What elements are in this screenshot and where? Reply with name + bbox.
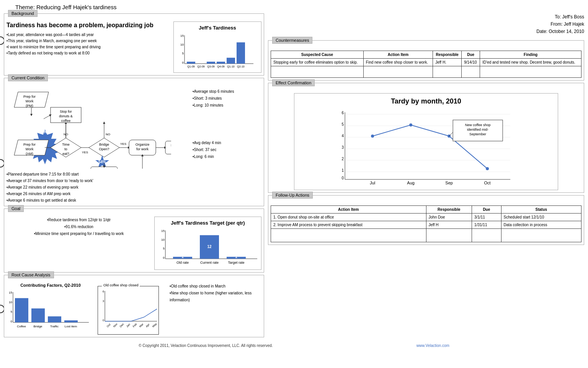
cm-cell-action-0: Find new coffee shop closer to work. [363,58,433,66]
cm-cell-cause-0: Stopping early for coffee eliminates opt… [271,58,364,66]
svg-text:Time: Time [62,143,70,146]
rca-bullets: •Old coffee shop closed in March •New sh… [170,283,261,335]
svg-text:May: May [152,322,157,328]
svg-text:Aug: Aug [407,181,415,185]
svg-point-125 [371,135,374,138]
cm-cell-finding-0: ID'ed and tested new shop. Decent brew, … [480,58,581,66]
svg-text:Traffic: Traffic [50,325,59,328]
fu-row-0: 1. Open donut shop on-site at office Joh… [271,213,581,221]
svg-rect-91 [64,320,78,322]
svg-text:Q2-09: Q2-09 [197,65,205,68]
svg-text:5: 5 [11,310,13,314]
svg-text:6: 6 [103,290,104,293]
fu-cell-due-0: 3/1/11 [472,213,501,221]
svg-text:Prep for: Prep for [23,143,36,146]
fu-row-empty [271,228,581,242]
svg-text:YES: YES [82,151,88,154]
svg-text:to: to [64,147,67,151]
rca-annotation-box: Old coffee shop closed [102,283,140,287]
svg-text:Jun: Jun [158,323,159,328]
background-section: Background Tardiness has become a proble… [4,13,264,76]
svg-text:Lost item: Lost item [65,325,77,328]
svg-text:eat?: eat? [62,152,69,156]
svg-text:5: 5 [182,52,184,55]
svg-text:1: 1 [181,255,184,259]
svg-text:Ready to: Ready to [171,143,171,147]
svg-text:Bridge: Bridge [33,325,42,328]
tardiness-bar-chart-svg: 15 10 5 0 [177,32,257,69]
svg-text:Jul: Jul [370,181,375,185]
fu-col-status: Status [501,205,581,213]
svg-text:0: 0 [182,61,184,64]
fu-header-row: Action Item Responsible Due Status [271,205,581,213]
background-label: Background [8,10,38,17]
svg-text:donuts &: donuts & [59,114,73,118]
svg-text:54%: 54% [98,160,106,164]
svg-rect-11 [237,43,245,64]
svg-text:Q2-10: Q2-10 [237,65,245,68]
svg-text:0: 0 [11,320,13,323]
svg-text:Oct: Oct [106,323,111,328]
svg-text:Dec: Dec [119,322,124,328]
svg-point-128 [486,167,489,170]
footer-text: © Copyright 2011, Velaction Continuous I… [139,343,273,348]
cm-cell-responsible-0: Jeff H. [433,58,462,66]
svg-line-65 [44,115,51,119]
follow-up-label: Follow-Up Actions [272,192,313,199]
svg-text:Prep for: Prep for [23,95,36,99]
svg-text:Target rate: Target rate [228,261,244,264]
ec-chart-title: Tardy by month, 2010 [298,97,554,105]
cc-bottom-bullets: •Planned departure time 7:15 for 8:00 st… [7,171,261,204]
fu-col-responsible: Responsible [426,205,472,213]
effect-confirmation-label: Effect Confirmation [272,79,315,86]
svg-text:5: 5 [163,247,165,250]
effect-confirmation-section: Effect Confirmation Tardy by month, 2010… [268,83,584,193]
cm-row-empty [271,66,581,77]
fu-cell-due-1: 1/31/11 [472,221,501,228]
svg-text:15: 15 [180,34,184,38]
svg-text:Work: Work [26,147,34,151]
rca-bar-chart-svg: 15 10 5 0 Coffee [7,289,91,331]
follow-up-table: Action Item Responsible Due Status 1. Op… [271,205,581,242]
svg-text:Nov: Nov [113,322,118,328]
countermeasures-label: Countermeasures [272,37,312,44]
svg-text:0: 0 [341,176,344,180]
cm-col-responsible: Responsible [433,51,462,58]
svg-text:Old rate: Old rate [176,261,189,264]
svg-rect-9 [217,62,225,64]
svg-rect-89 [31,309,45,322]
svg-text:Bridge: Bridge [99,143,109,146]
svg-text:identified mid-: identified mid- [467,128,488,131]
svg-text:(PM): (PM) [26,104,33,108]
svg-rect-90 [48,316,61,322]
svg-rect-6 [187,62,195,64]
follow-up-section: Follow-Up Actions Action Item Responsibl… [268,195,584,245]
tardiness-target-title: Jeff's Tardiness Target (per qtr) [158,220,258,226]
svg-text:Current rate: Current rate [200,261,219,264]
svg-text:6: 6 [341,111,344,115]
fu-cell-responsible-1: Jeff H [426,221,472,228]
fu-col-due: Due [472,205,501,213]
background-bullets: •Last year, attendance was good—4 tardie… [7,32,170,56]
fu-cell-status-0: Scheduled start 12/1/10 [501,213,581,221]
svg-text:Q3-09: Q3-09 [207,65,215,68]
svg-rect-53 [165,141,171,154]
background-title: Tardiness has become a problem, jeopardi… [7,21,170,30]
fu-cell-action-0: 1. Open donut shop on-site at office [271,213,426,221]
footer-link[interactable]: www.Velaction.com [416,343,449,348]
fu-row-1: 2. Improve AM process to prevent skippin… [271,221,581,228]
svg-text:Stop for: Stop for [60,110,72,113]
svg-text:Open?: Open? [99,147,109,151]
rca-section: Root Cause Analysis Contributing Factors… [4,275,264,337]
cm-cell-due-0: 9/14/10 [462,58,480,66]
svg-text:Apr: Apr [145,323,150,328]
jeffs-tardiness-title: Jeff's Tardiness [177,25,258,31]
svg-text:Sep: Sep [445,181,453,185]
tardiness-target-chart: Jeff's Tardiness Target (per qtr) 15 10 … [154,217,261,270]
rca-label: Root Cause Analysis [8,271,54,278]
svg-text:1: 1 [235,255,237,259]
svg-rect-8 [207,62,215,64]
svg-text:15: 15 [9,291,12,294]
fu-col-action: Action Item [271,205,426,213]
svg-text:for work: for work [136,147,149,151]
